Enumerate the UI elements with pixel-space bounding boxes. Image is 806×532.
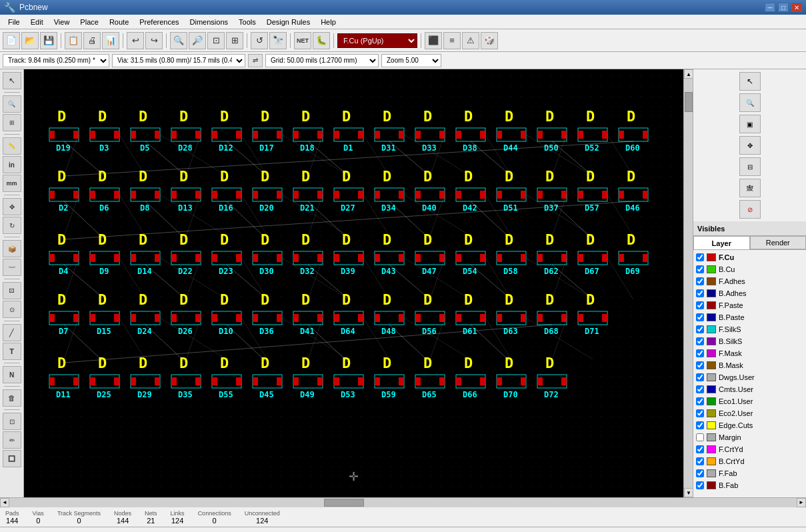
zoom-select-button[interactable]: ⊞ [226,32,243,49]
layer-row-cmtsuser[interactable]: Cmts.User [695,383,805,395]
pcb-canvas-area[interactable]: ✛ [24,69,683,497]
layer-checkbox-1[interactable] [696,265,704,273]
scroll-track[interactable] [684,79,693,488]
setup-tracks-button[interactable]: ≡ [443,32,461,49]
minimize-button[interactable]: ─ [765,3,775,12]
layer-checkbox-16[interactable] [696,445,704,453]
titlebar-controls[interactable]: ─ □ ✕ [765,3,802,12]
scroll-thumb[interactable] [685,92,693,112]
scroll-up-button[interactable]: ▲ [684,69,693,79]
maximize-button[interactable]: □ [778,3,789,12]
via-size-select[interactable]: Via: 31.5 mils (0.80 mm)/ 15.7 mils (0.4… [112,54,245,67]
menu-view[interactable]: View [49,17,75,27]
layer-row-bcu[interactable]: B.Cu [695,263,805,275]
menu-tools[interactable]: Tools [233,17,261,27]
layer-checkbox-2[interactable] [696,277,704,285]
rp-grid-button[interactable]: ⊟ [739,157,761,176]
hscroll-thumb[interactable] [324,499,364,507]
scroll-down-button[interactable]: ▼ [684,488,693,497]
pcb-canvas[interactable] [24,69,683,497]
track-width-select[interactable]: Track: 9.84 mils (0.250 mm) * [3,54,109,67]
layer-checkbox-9[interactable] [696,361,704,369]
route-track-tool[interactable]: ⛝ [3,282,21,299]
add-track-tool[interactable]: 〰 [3,259,21,276]
layer-checkbox-12[interactable] [696,397,704,405]
layer-row-eco1user[interactable]: Eco1.User [695,395,805,407]
refresh-button[interactable]: ↺ [251,32,268,49]
layer-row-eco2user[interactable]: Eco2.User [695,407,805,419]
rp-cursor-button[interactable]: ↖ [739,72,761,91]
add-component-tool[interactable]: 📦 [3,240,21,257]
layer-row-badhes[interactable]: B.Adhes [695,287,805,299]
zoom-out-button[interactable]: 🔎 [189,32,206,49]
menu-dimensions[interactable]: Dimensions [185,17,233,27]
layer-select[interactable]: F.Cu (PgUp) B.Cu (PgDn) [337,33,417,48]
zoom-fit-button[interactable]: ⊡ [207,32,225,49]
net-inspector-button[interactable]: NET [294,32,311,49]
pcb-tool[interactable]: 🔲 [3,450,21,467]
layer-row-fmask[interactable]: F.Mask [695,347,805,359]
layer-row-bsilks[interactable]: B.SilkS [695,335,805,347]
layer-checkbox-0[interactable] [696,253,704,261]
menu-design-rules[interactable]: Design Rules [261,17,315,27]
rp-zoom-button[interactable]: 🔍 [739,93,761,112]
tab-layer[interactable]: Layer [693,236,750,249]
print-button[interactable]: 🖨 [83,32,101,49]
layer-checkbox-5[interactable] [696,313,704,321]
layer-checkbox-15[interactable] [696,433,704,441]
undo-button[interactable]: ↩ [127,32,144,49]
tab-render[interactable]: Render [750,236,807,249]
rp-select-button[interactable]: ▣ [739,115,761,133]
rotate-tool[interactable]: ↻ [3,217,21,234]
mm-tool[interactable]: mm [3,175,21,192]
layer-row-bcrtyd[interactable]: B.CrtYd [695,455,805,467]
menu-help[interactable]: Help [315,17,341,27]
rp-ratsnest-button[interactable]: 🕸 [739,179,761,197]
layer-row-dwgsuser[interactable]: Dwgs.User [695,371,805,383]
route-icon-button[interactable]: ⇌ [248,54,263,67]
move-tool[interactable]: ✥ [3,198,21,215]
inspector-tool[interactable]: 🔍 [3,95,21,113]
menu-preferences[interactable]: Preferences [134,17,184,27]
layer-checkbox-18[interactable] [696,469,704,477]
zoom-in-button[interactable]: 🔍 [170,32,187,49]
scroll-left-button[interactable]: ◄ [0,498,9,507]
north-tool[interactable]: N [3,366,21,383]
draw-tool[interactable]: ✏ [3,431,21,449]
layer-checkbox-17[interactable] [696,457,704,465]
page-settings-button[interactable]: 📋 [65,32,82,49]
menu-file[interactable]: File [3,17,25,27]
layer-row-fpaste[interactable]: F.Paste [695,299,805,311]
grid-tool[interactable]: ⊞ [3,114,21,131]
add-line-tool[interactable]: ╱ [3,324,21,341]
layer-row-margin[interactable]: Margin [695,431,805,443]
layer-checkbox-19[interactable] [696,481,704,489]
zoom-select[interactable]: Zoom 5.00 [381,54,441,67]
layer-row-fcu[interactable]: F.Cu [695,251,805,263]
pad-tool[interactable]: ⊡ [3,413,21,430]
open-button[interactable]: 📂 [21,32,39,49]
layer-checkbox-10[interactable] [696,373,704,381]
save-button[interactable]: 💾 [40,32,57,49]
measure-tool[interactable]: 📏 [3,137,21,155]
highlight-net-button[interactable]: ⚠ [462,32,479,49]
layer-checkbox-8[interactable] [696,349,704,357]
layer-row-fadhes[interactable]: F.Adhes [695,275,805,287]
layer-checkbox-3[interactable] [696,289,704,297]
layer-checkbox-13[interactable] [696,409,704,417]
layer-checkbox-11[interactable] [696,385,704,393]
run-drc-button[interactable]: 🐛 [313,32,330,49]
search-button[interactable]: 🔭 [269,32,287,49]
redo-button[interactable]: ↪ [145,32,163,49]
layer-checkbox-14[interactable] [696,421,704,429]
setup-pads-button[interactable]: ⬛ [425,32,442,49]
delete-tool[interactable]: 🗑 [3,389,21,407]
scroll-right-button[interactable]: ► [797,498,806,507]
horizontal-scrollbar[interactable]: ◄ ► [0,497,806,507]
text-tool[interactable]: T [3,343,21,360]
rp-highlight-button[interactable]: ⊘ [739,200,761,219]
layer-row-bfab[interactable]: B.Fab [695,479,805,491]
menu-place[interactable]: Place [75,17,104,27]
layer-row-fsilks[interactable]: F.SilkS [695,323,805,335]
cursor-tool[interactable]: ↖ [3,72,21,89]
